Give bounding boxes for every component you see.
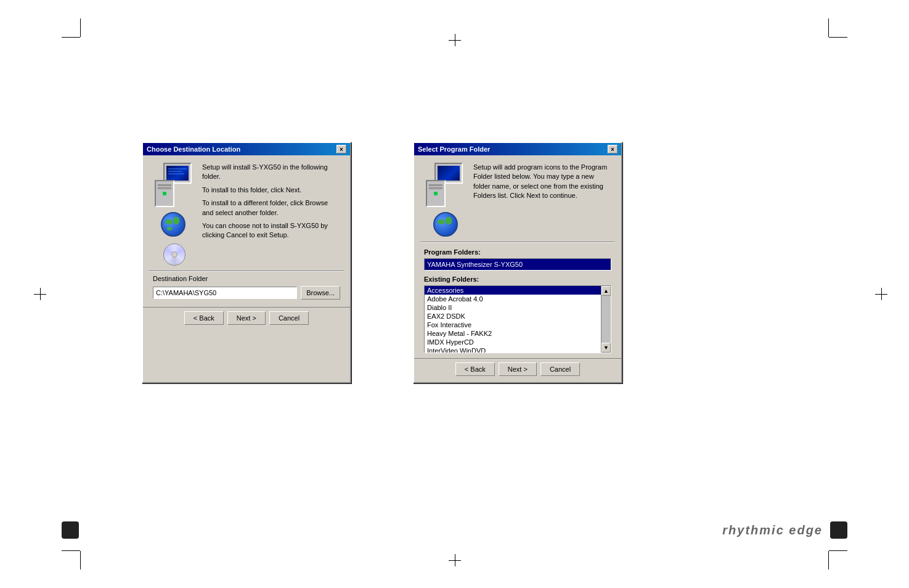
dialog2-program-folder-value: YAMAHA Synthesizer S-YXG50 xyxy=(427,261,523,268)
scrollbar-up-button[interactable]: ▲ xyxy=(601,286,611,296)
dialog2-land2 xyxy=(446,217,452,224)
dialog2-text: Setup will add program icons to the Prog… xyxy=(473,163,611,237)
dialog1-text1: Setup will install S-YXG50 in the follow… xyxy=(202,163,340,182)
dialog2-close-button[interactable]: × xyxy=(608,145,618,153)
dialog-choose-destination: Choose Destination Location × xyxy=(142,142,351,383)
computer-icon xyxy=(155,163,194,207)
dialog2-computer-icon xyxy=(426,163,465,207)
dialog1-browse-button[interactable]: Browse... xyxy=(301,286,340,300)
dialog2-back-button[interactable]: < Back xyxy=(455,362,495,376)
screen-line2 xyxy=(168,171,182,172)
dialog2-screen-bg xyxy=(438,166,460,181)
dialog1-close-button[interactable]: × xyxy=(336,145,346,153)
dialog1-divider xyxy=(149,271,344,271)
brand-text: rhythmic edge xyxy=(722,523,823,537)
globe-icon xyxy=(161,212,185,237)
dialog2-next-button[interactable]: Next > xyxy=(499,362,537,376)
dialog1-text2: To install to this folder, click Next. xyxy=(202,186,340,195)
dialog2-program-folder-input[interactable]: YAMAHA Synthesizer S-YXG50 xyxy=(424,258,611,271)
dialog2-scrollbar[interactable]: ▲ ▼ xyxy=(601,286,611,353)
tower-led xyxy=(163,192,166,195)
dialog2-buttons: < Back Next > Cancel xyxy=(414,358,621,382)
cd-hole xyxy=(171,251,177,258)
dialog1-text3: To install to a different folder, click … xyxy=(202,198,340,218)
cd-icon xyxy=(163,243,185,266)
dialog2-program-folders-label: Program Folders: xyxy=(414,246,621,257)
folder-list-item[interactable]: Accessories xyxy=(425,286,611,295)
globe-container xyxy=(161,212,188,239)
dialog2-title: Select Program Folder xyxy=(418,145,490,153)
tower xyxy=(155,180,174,207)
dialog1-folder-row: Browse... xyxy=(143,285,350,306)
dialog2-tower-drive2 xyxy=(429,187,442,189)
dialog2-tower-drive1 xyxy=(429,184,442,186)
dialog1-folder-input[interactable] xyxy=(153,287,297,299)
globe-land2 xyxy=(173,217,179,224)
screen-line1 xyxy=(168,168,187,169)
dialog2-monitor-screen xyxy=(438,166,460,181)
tower-drive2 xyxy=(158,187,171,189)
monitor-screen xyxy=(166,166,189,181)
dialog1-titlebar: Choose Destination Location × xyxy=(143,143,350,155)
folder-list-item[interactable]: Diablo II xyxy=(425,303,611,312)
dialog2-land1 xyxy=(438,219,445,224)
folder-list-item[interactable]: EAX2 DSDK xyxy=(425,312,611,321)
folder-list-item[interactable]: IMDX HyperCD xyxy=(425,338,611,346)
folder-list-item[interactable]: InterVideo WinDVD xyxy=(425,346,611,353)
bottom-left-square xyxy=(62,521,79,539)
dialog1-text: Setup will install S-YXG50 in the follow… xyxy=(202,163,340,266)
dialog1-content: Setup will install S-YXG50 in the follow… xyxy=(143,155,350,271)
dialog2-tower xyxy=(426,180,446,207)
dialog1-text4: You can choose not to install S-YXG50 by… xyxy=(202,221,340,240)
dialog2-globe-icon xyxy=(433,212,458,237)
dialog2-globe-container xyxy=(433,212,458,237)
dialog2-icon-area xyxy=(424,163,467,237)
dialog2-divider xyxy=(420,242,615,242)
dialog1-back-button[interactable]: < Back xyxy=(184,311,224,325)
dialog1-next-button[interactable]: Next > xyxy=(227,311,266,325)
globe-land1 xyxy=(165,219,173,224)
folder-list-item[interactable]: Adobe Acrobat 4.0 xyxy=(425,295,611,303)
scrollbar-down-button[interactable]: ▼ xyxy=(601,343,611,353)
bottom-right-square xyxy=(830,521,847,539)
dialog1-buttons: < Back Next > Cancel xyxy=(143,307,350,331)
tower-drive1 xyxy=(158,184,171,186)
folder-list-item[interactable]: Fox Interactive xyxy=(425,321,611,329)
dialog1-folder-label: Destination Folder xyxy=(143,275,350,285)
screen-line3 xyxy=(168,173,184,174)
dialog2-content: Setup will add program icons to the Prog… xyxy=(414,155,621,242)
dialog-select-program-folder: Select Program Folder × xyxy=(413,142,622,383)
dialog1-title: Choose Destination Location xyxy=(147,145,240,153)
globe-land3 xyxy=(167,227,172,231)
dialog1-cancel-button[interactable]: Cancel xyxy=(269,311,309,325)
scrollbar-track xyxy=(601,296,611,343)
dialog2-cancel-button[interactable]: Cancel xyxy=(540,362,580,376)
dialog2-text1: Setup will add program icons to the Prog… xyxy=(473,163,611,201)
dialog2-titlebar: Select Program Folder × xyxy=(414,143,621,155)
dialog2-folders-listbox[interactable]: AccessoriesAdobe Acrobat 4.0Diablo IIEAX… xyxy=(424,285,611,353)
bottom-branding: rhythmic edge xyxy=(722,521,847,539)
dialog2-folders-list: AccessoriesAdobe Acrobat 4.0Diablo IIEAX… xyxy=(425,286,611,353)
dialog2-existing-folders-label: Existing Folders: xyxy=(414,274,621,284)
folder-list-item[interactable]: Heavy Metal - FAKK2 xyxy=(425,329,611,338)
dialog2-tower-led xyxy=(434,192,438,195)
dialog1-icon-area xyxy=(153,163,196,266)
